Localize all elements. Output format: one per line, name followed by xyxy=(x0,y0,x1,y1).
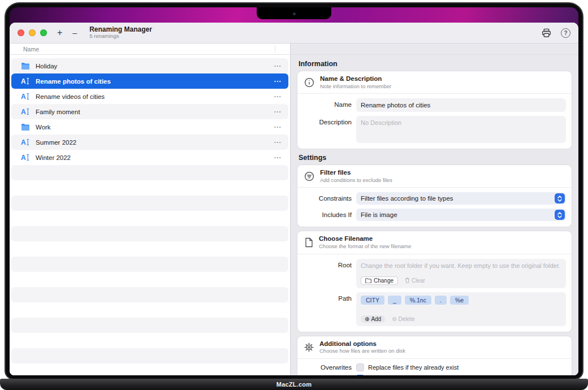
empty-row xyxy=(11,318,288,333)
change-root-button[interactable]: Change xyxy=(361,276,398,285)
root-field[interactable]: Change the root folder if you want. Keep… xyxy=(356,259,566,288)
filter-icon xyxy=(304,171,314,181)
card-head: Filter files Add conditions to exclude f… xyxy=(297,165,572,188)
empty-row xyxy=(11,226,288,241)
token-chip[interactable]: CITY xyxy=(361,296,384,305)
svg-text:A: A xyxy=(21,77,26,85)
gear-icon xyxy=(304,343,314,352)
help-icon: ? xyxy=(561,28,570,38)
more-button[interactable]: ••• xyxy=(274,124,282,129)
brand-label: MacZL.com xyxy=(276,381,312,388)
root-label: Root xyxy=(297,259,352,268)
name-field[interactable]: Rename photos of cities xyxy=(356,98,566,112)
more-button[interactable]: ••• xyxy=(274,140,282,145)
empty-row xyxy=(11,333,288,348)
svg-text:A: A xyxy=(21,93,26,100)
more-button[interactable]: ••• xyxy=(274,79,282,84)
add-token-button[interactable]: ⊕ Add xyxy=(361,315,385,323)
section-settings: Settings xyxy=(299,154,570,162)
column-divider xyxy=(275,45,275,53)
folder-icon xyxy=(21,62,32,70)
card-title: Name & Description xyxy=(320,75,391,83)
choose-filename-card: Choose Filename Choose the format of the… xyxy=(297,231,572,331)
more-button[interactable]: ••• xyxy=(274,63,282,68)
description-field[interactable]: No Description xyxy=(356,116,566,143)
card-head: Additional options Choose how files are … xyxy=(297,336,572,359)
print-icon[interactable] xyxy=(541,28,552,38)
path-field[interactable]: CITY _ %.1nc . %e xyxy=(356,292,566,326)
includes-if-select[interactable]: File is image xyxy=(356,209,566,221)
empty-row xyxy=(11,302,288,318)
constraints-select[interactable]: Filter files according to file types xyxy=(356,192,566,205)
description-label: Description xyxy=(297,116,352,125)
name-column-header: Name xyxy=(10,44,291,54)
empty-row xyxy=(11,211,288,226)
list-item-rename-videos[interactable]: A Rename videos of cities ••• xyxy=(11,89,288,104)
empty-row xyxy=(11,348,288,363)
rename-icon: A xyxy=(21,77,32,85)
remove-renaming-button[interactable]: – xyxy=(72,28,77,37)
renamings-list: Holiday ••• A Rename photos of cities ••… xyxy=(10,55,291,375)
window-title: Renaming Manager xyxy=(89,26,152,34)
document-icon xyxy=(304,237,313,248)
list-item-winter-2022[interactable]: A Winter 2022 ••• xyxy=(11,150,288,165)
empty-row xyxy=(11,257,288,272)
window-subtitle: 5 renamings xyxy=(89,33,152,40)
svg-text:A: A xyxy=(21,154,26,161)
window-content: Holiday ••• A Rename photos of cities ••… xyxy=(10,55,578,375)
app-window: + – Renaming Manager 5 renamings xyxy=(10,23,578,375)
macbook-mockup: + – Renaming Manager 5 renamings xyxy=(0,0,588,390)
stepper-icon xyxy=(555,210,565,220)
svg-text:A: A xyxy=(21,108,26,115)
card-subtitle: Choose the format of the new filename xyxy=(319,243,411,249)
token-chip[interactable]: _ xyxy=(388,296,401,305)
zoom-button[interactable] xyxy=(40,29,47,36)
rename-icon: A xyxy=(21,154,32,161)
clear-root-button[interactable]: Clear xyxy=(405,278,425,284)
card-title: Filter files xyxy=(320,169,392,177)
display-notch xyxy=(257,7,331,19)
token-chip[interactable]: . xyxy=(435,296,447,305)
laptop-screen: + – Renaming Manager 5 renamings xyxy=(10,7,578,375)
trash-icon xyxy=(405,278,410,283)
name-description-card: Name & Description Note information to r… xyxy=(297,71,572,149)
minimize-button[interactable] xyxy=(29,29,36,36)
token-chip[interactable]: %.1nc xyxy=(405,296,431,305)
path-tokens: CITY _ %.1nc . %e xyxy=(361,296,561,305)
empty-row xyxy=(11,241,288,257)
delete-token-button[interactable]: ⊖ Delete xyxy=(392,316,414,322)
rename-icon: A xyxy=(21,93,32,100)
constraints-label: Constraints xyxy=(297,195,352,202)
list-item-summer-2022[interactable]: A Summer 2022 ••• xyxy=(11,135,288,150)
more-button[interactable]: ••• xyxy=(274,155,282,160)
overwrites-checkbox[interactable] xyxy=(356,363,364,371)
add-renaming-button[interactable]: + xyxy=(57,28,62,37)
window-title-block: Renaming Manager 5 renamings xyxy=(89,26,152,40)
list-item-family-moment[interactable]: A Family moment ••• xyxy=(11,104,288,119)
copies-checkbox[interactable]: ✓ xyxy=(356,375,364,375)
card-subtitle: Add conditions to exclude files xyxy=(320,177,392,183)
token-chip[interactable]: %e xyxy=(450,296,469,305)
list-item-holiday[interactable]: Holiday ••• xyxy=(11,58,288,73)
more-button[interactable]: ••• xyxy=(274,94,282,99)
rename-icon: A xyxy=(21,138,32,146)
section-information: Information xyxy=(299,60,570,68)
name-label: Name xyxy=(297,98,352,108)
close-button[interactable] xyxy=(18,29,24,36)
card-head: Name & Description Note information to r… xyxy=(297,71,572,94)
path-label: Path xyxy=(297,292,352,302)
card-subtitle: Choose how files are written on disk xyxy=(319,348,405,354)
svg-text:A: A xyxy=(21,138,26,146)
info-icon xyxy=(304,77,314,88)
list-item-rename-photos[interactable]: A Rename photos of cities ••• xyxy=(11,73,288,89)
stepper-icon xyxy=(555,193,565,203)
card-subtitle: Note information to remember xyxy=(320,83,391,89)
plus-circle-icon: ⊕ xyxy=(365,316,369,322)
card-head: Choose Filename Choose the format of the… xyxy=(297,231,572,254)
more-button[interactable]: ••• xyxy=(274,109,282,114)
empty-row xyxy=(11,180,288,196)
list-item-work[interactable]: Work ••• xyxy=(11,119,288,135)
window-controls xyxy=(18,29,47,36)
card-title: Additional options xyxy=(319,340,405,348)
help-button[interactable]: ? xyxy=(561,28,570,38)
